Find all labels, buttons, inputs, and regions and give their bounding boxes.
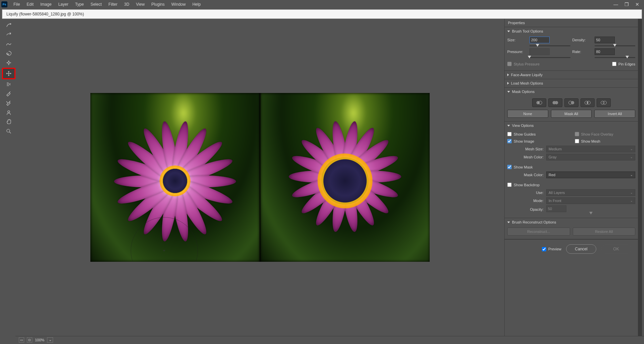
show-guides-label: Show Guides bbox=[514, 132, 535, 136]
restore-all-button: Restore All bbox=[573, 228, 636, 236]
show-mask-label: Show Mask bbox=[514, 165, 533, 169]
svg-point-1 bbox=[8, 73, 9, 74]
mask-mode-replace[interactable] bbox=[532, 98, 546, 107]
section-title: Brush Reconstruct Options bbox=[512, 220, 556, 224]
forward-warp-tool[interactable] bbox=[3, 21, 14, 30]
menu-help[interactable]: Help bbox=[189, 1, 204, 8]
mask-all-button[interactable]: Mask All bbox=[551, 110, 592, 118]
rate-input[interactable] bbox=[595, 48, 615, 55]
preview-label: Preview bbox=[548, 247, 561, 251]
preview-check[interactable]: Preview bbox=[542, 247, 561, 251]
show-image-label: Show Image bbox=[514, 139, 534, 143]
mask-none-button[interactable]: None bbox=[507, 110, 548, 118]
pin-edges-check[interactable]: Pin Edges bbox=[612, 61, 635, 67]
freeze-mask-tool[interactable] bbox=[3, 89, 14, 98]
mask-color-select[interactable]: Red⌄ bbox=[546, 171, 635, 178]
mask-mode-subtract[interactable] bbox=[564, 98, 578, 107]
use-label: Use: bbox=[507, 191, 544, 195]
rate-label: Rate: bbox=[572, 50, 593, 54]
svg-point-13 bbox=[603, 101, 606, 104]
thaw-mask-tool[interactable] bbox=[3, 99, 14, 107]
svg-point-9 bbox=[571, 101, 574, 104]
section-title: Face-Aware Liquify bbox=[511, 73, 543, 77]
menu-image[interactable]: Image bbox=[37, 1, 55, 8]
mask-color-label: Mask Color: bbox=[507, 173, 544, 177]
reconstruct-tool[interactable] bbox=[3, 30, 14, 39]
mesh-size-select: Medium⌄ bbox=[546, 146, 635, 152]
chevron-down-icon: ⌄ bbox=[630, 147, 633, 151]
ok-button: OK bbox=[601, 244, 631, 254]
menu-file[interactable]: File bbox=[10, 1, 23, 8]
zoom-tool[interactable] bbox=[3, 127, 14, 136]
size-label: Size: bbox=[507, 38, 527, 42]
stylus-pressure-label: Stylus Pressure bbox=[514, 62, 540, 66]
svg-point-7 bbox=[555, 101, 558, 104]
show-image-check[interactable]: Show Image bbox=[507, 138, 568, 144]
mask-options-toggle[interactable]: Mask Options bbox=[505, 88, 638, 96]
face-tool[interactable] bbox=[3, 108, 14, 117]
smooth-tool[interactable] bbox=[3, 40, 14, 48]
menu-filter[interactable]: Filter bbox=[105, 1, 121, 8]
show-face-overlay-check: Show Face Overlay bbox=[575, 131, 636, 137]
menu-view[interactable]: View bbox=[133, 1, 148, 8]
size-input[interactable] bbox=[529, 37, 550, 43]
density-slider[interactable] bbox=[595, 45, 636, 46]
density-label: Density: bbox=[572, 38, 593, 42]
window-minimize-button[interactable]: — bbox=[611, 1, 620, 7]
push-left-tool[interactable] bbox=[3, 80, 14, 89]
view-options-toggle[interactable]: View Options bbox=[505, 121, 638, 130]
pressure-input bbox=[529, 48, 550, 55]
actual-pixels-icon[interactable]: ⊡ bbox=[27, 337, 32, 343]
pucker-tool[interactable] bbox=[3, 58, 14, 67]
rate-slider[interactable] bbox=[595, 57, 636, 58]
liquify-toolbar bbox=[2, 19, 15, 336]
use-select: All Layers⌄ bbox=[546, 189, 635, 196]
mesh-color-label: Mesh Color: bbox=[507, 155, 544, 159]
menu-type[interactable]: Type bbox=[72, 1, 87, 8]
svg-point-2 bbox=[8, 111, 10, 113]
show-mesh-check[interactable]: Show Mesh bbox=[575, 138, 636, 144]
section-title: Load Mesh Options bbox=[511, 81, 543, 85]
menu-window[interactable]: Window bbox=[168, 1, 189, 8]
fit-window-icon[interactable]: ▭ bbox=[19, 337, 24, 343]
mask-mode-invert[interactable] bbox=[597, 98, 611, 107]
menu-layer[interactable]: Layer bbox=[55, 1, 72, 8]
bloat-tool[interactable] bbox=[2, 68, 15, 79]
face-aware-toggle[interactable]: Face-Aware Liquify bbox=[505, 71, 638, 79]
size-slider[interactable] bbox=[529, 45, 570, 46]
menu-select[interactable]: Select bbox=[87, 1, 105, 8]
cancel-button[interactable]: Cancel bbox=[566, 244, 596, 254]
show-mesh-label: Show Mesh bbox=[581, 139, 600, 143]
mesh-color-select: Gray⌄ bbox=[546, 154, 635, 160]
menu-edit[interactable]: Edit bbox=[23, 1, 37, 8]
mask-mode-add[interactable] bbox=[548, 98, 562, 107]
opacity-label: Opacity: bbox=[507, 207, 544, 211]
show-mask-check[interactable]: Show Mask bbox=[507, 164, 635, 170]
pressure-slider[interactable] bbox=[529, 57, 570, 58]
section-title: View Options bbox=[512, 124, 534, 128]
chevron-down-icon: ⌄ bbox=[630, 199, 633, 202]
properties-panel: Properties Brush Tool Options Size: Dens… bbox=[504, 19, 638, 336]
menu-3d[interactable]: 3D bbox=[121, 1, 132, 8]
properties-header: Properties bbox=[505, 19, 638, 27]
load-mesh-toggle[interactable]: Load Mesh Options bbox=[505, 79, 638, 87]
window-maximize-button[interactable]: ❐ bbox=[622, 1, 631, 7]
pin-edges-label: Pin Edges bbox=[618, 62, 635, 66]
section-title: Mask Options bbox=[512, 90, 534, 94]
menu-plugins[interactable]: Plugins bbox=[148, 1, 168, 8]
window-close-button[interactable]: ✕ bbox=[633, 1, 642, 7]
show-backdrop-check[interactable]: Show Backdrop bbox=[507, 182, 635, 188]
dialog-footer: Preview Cancel OK bbox=[505, 239, 638, 258]
brush-reconstruct-toggle[interactable]: Brush Reconstruct Options bbox=[505, 218, 638, 226]
panel-scrollbar[interactable] bbox=[638, 19, 642, 336]
density-input[interactable] bbox=[595, 37, 615, 43]
twirl-tool[interactable] bbox=[3, 49, 14, 58]
hand-tool[interactable] bbox=[3, 117, 14, 126]
mask-mode-intersect[interactable] bbox=[581, 98, 595, 107]
show-guides-check[interactable]: Show Guides bbox=[507, 131, 568, 137]
zoom-dropdown[interactable]: ⌄ bbox=[47, 337, 53, 343]
mask-invert-all-button[interactable]: Invert All bbox=[594, 110, 635, 118]
canvas-area[interactable] bbox=[15, 19, 504, 336]
brush-tool-options-toggle[interactable]: Brush Tool Options bbox=[505, 27, 638, 35]
mesh-size-label: Mesh Size: bbox=[507, 147, 544, 151]
